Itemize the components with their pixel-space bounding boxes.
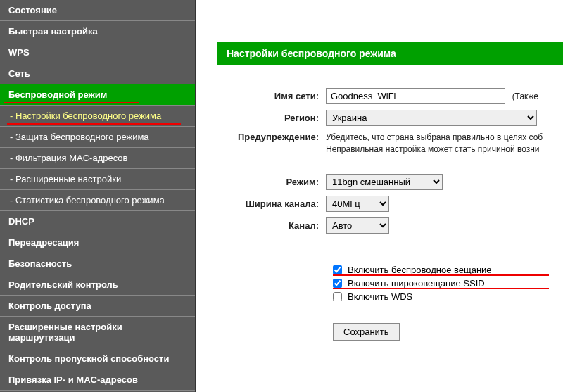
sidebar-item-bandwidth[interactable]: Контроль пропускной способности xyxy=(0,348,195,369)
sidebar-item-wps[interactable]: WPS xyxy=(0,42,195,63)
width-select[interactable]: 40МГц xyxy=(326,196,389,212)
sidebar-item-security[interactable]: Безопасность xyxy=(0,253,195,274)
sidebar-item-advanced[interactable]: - Расширенные настройки xyxy=(0,169,195,190)
wds-row: Включить WDS xyxy=(333,291,563,302)
sidebar-item-wireless[interactable]: Беспроводной режим xyxy=(0,84,195,106)
sidebar-item-wireless-security[interactable]: - Защита беспроводного режима xyxy=(0,127,195,148)
ssid-after-text: (Также xyxy=(512,91,538,101)
sidebar-item-network[interactable]: Сеть xyxy=(0,63,195,84)
sidebar-item-parental[interactable]: Родительский контроль xyxy=(0,274,195,296)
region-select[interactable]: Украина xyxy=(326,110,537,126)
region-label: Регион: xyxy=(217,113,326,123)
section-title: Настройки беспроводного режима xyxy=(217,42,563,65)
sidebar-item-dhcp[interactable]: DHCP xyxy=(0,211,195,232)
ssid-broadcast-label: Включить широковещание SSID xyxy=(348,278,485,289)
ssid-broadcast-row: Включить широковещание SSID xyxy=(333,278,563,289)
sidebar-item-forwarding[interactable]: Переадресация xyxy=(0,232,195,253)
width-label: Ширина канала: xyxy=(217,198,326,209)
divider xyxy=(217,75,563,75)
warning-label: Предупреждение: xyxy=(217,132,326,142)
highlight-underline xyxy=(333,274,549,276)
save-button[interactable]: Сохранить xyxy=(333,323,400,341)
ssid-input[interactable] xyxy=(326,88,505,104)
sidebar: Состояние Быстрая настройка WPS Сеть Бес… xyxy=(0,0,196,392)
wds-checkbox[interactable] xyxy=(333,292,342,301)
warning-text: Убедитесь, что страна выбрана правильно … xyxy=(326,132,563,156)
broadcast-label: Включить беспроводное вещание xyxy=(348,265,492,275)
sidebar-item-wireless-settings[interactable]: - Настройки беспроводного режима xyxy=(0,106,195,127)
ssid-broadcast-checkbox[interactable] xyxy=(333,279,342,288)
sidebar-item-routing[interactable]: Расширенные настройки маршрутизаци xyxy=(0,317,195,348)
mode-label: Режим: xyxy=(217,177,326,187)
main-panel: Настройки беспроводного режима Имя сети:… xyxy=(196,0,563,392)
sidebar-item-ip-mac-binding[interactable]: Привязка IP- и MAC-адресов xyxy=(0,369,195,391)
sidebar-item-quick-setup[interactable]: Быстрая настройка xyxy=(0,21,195,42)
sidebar-item-mac-filter[interactable]: - Фильтрация MAC-адресов xyxy=(0,148,195,169)
wds-label: Включить WDS xyxy=(348,291,412,302)
ssid-label: Имя сети: xyxy=(217,91,326,101)
broadcast-row: Включить беспроводное вещание xyxy=(333,265,563,275)
channel-label: Канал: xyxy=(217,220,326,231)
sidebar-item-access-control[interactable]: Контроль доступа xyxy=(0,296,195,317)
sidebar-item-status[interactable]: Состояние xyxy=(0,0,195,21)
broadcast-checkbox[interactable] xyxy=(333,265,342,274)
channel-select[interactable]: Авто xyxy=(326,217,389,234)
highlight-underline xyxy=(333,288,549,289)
mode-select[interactable]: 11bgn смешанный xyxy=(326,174,443,190)
sidebar-item-wireless-stats[interactable]: - Статистика беспроводного режима xyxy=(0,190,195,211)
